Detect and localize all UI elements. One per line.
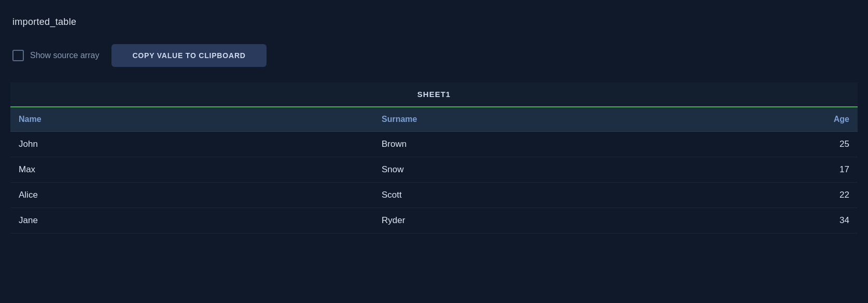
table-row: Alice Scott 22 bbox=[10, 183, 858, 208]
page-title: imported_table bbox=[12, 17, 76, 27]
copy-value-button[interactable]: COPY VALUE TO CLIPBOARD bbox=[111, 44, 266, 67]
toolbar: Show source array COPY VALUE TO CLIPBOAR… bbox=[10, 34, 858, 77]
col-header-name: Name bbox=[19, 115, 382, 124]
table-container: Name Surname Age John Brown 25 Max Snow … bbox=[10, 107, 858, 233]
sheet-header: SHEET1 bbox=[10, 82, 858, 107]
table-row: Jane Ryder 34 bbox=[10, 208, 858, 233]
cell-name-2: Alice bbox=[19, 190, 382, 200]
col-header-surname: Surname bbox=[382, 115, 745, 124]
cell-name-0: John bbox=[19, 139, 382, 149]
cell-name-3: Jane bbox=[19, 215, 382, 226]
cell-age-2: 22 bbox=[745, 190, 849, 200]
cell-surname-3: Ryder bbox=[382, 215, 745, 226]
cell-surname-2: Scott bbox=[382, 190, 745, 200]
cell-name-1: Max bbox=[19, 164, 382, 175]
table-row: Max Snow 17 bbox=[10, 157, 858, 183]
sheet-name: SHEET1 bbox=[417, 90, 451, 99]
show-source-checkbox[interactable] bbox=[12, 50, 24, 61]
table-row: John Brown 25 bbox=[10, 132, 858, 157]
cell-surname-0: Brown bbox=[382, 139, 745, 149]
cell-age-1: 17 bbox=[745, 164, 849, 175]
cell-age-0: 25 bbox=[745, 139, 849, 149]
page-container: imported_table Show source array COPY VA… bbox=[0, 0, 868, 233]
cell-surname-1: Snow bbox=[382, 164, 745, 175]
show-source-label: Show source array bbox=[30, 51, 99, 60]
col-header-age: Age bbox=[745, 115, 849, 124]
show-source-checkbox-wrapper[interactable]: Show source array bbox=[12, 50, 99, 61]
table-header-row: Name Surname Age bbox=[10, 107, 858, 132]
title-bar: imported_table bbox=[10, 10, 858, 34]
cell-age-3: 34 bbox=[745, 215, 849, 226]
